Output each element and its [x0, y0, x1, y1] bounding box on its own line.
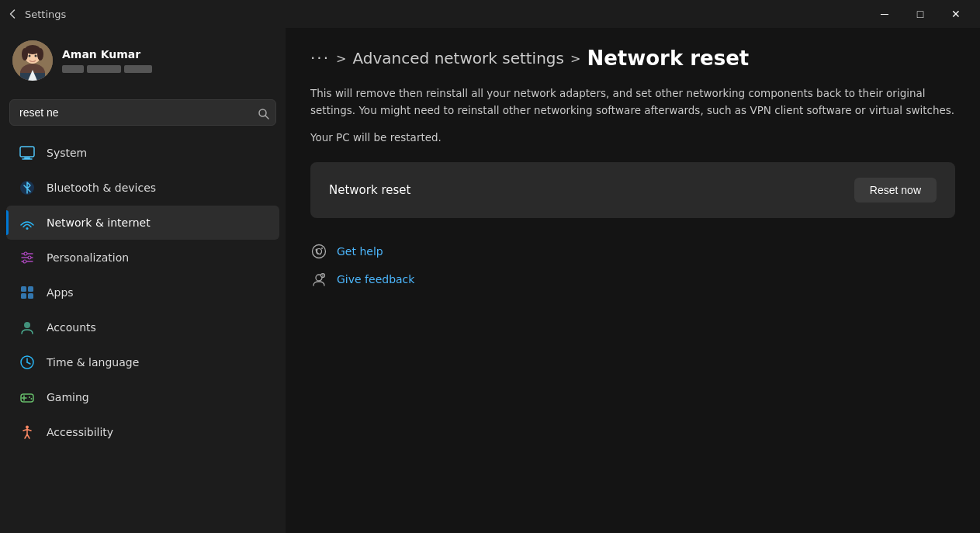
- svg-rect-24: [28, 286, 33, 292]
- close-button[interactable]: ✕: [938, 0, 974, 28]
- sidebar-item-system[interactable]: System: [6, 136, 279, 170]
- breadcrumb: ··· > Advanced network settings > Networ…: [310, 47, 955, 70]
- reset-now-button[interactable]: Reset now: [854, 178, 937, 202]
- personalization-icon: [19, 249, 36, 266]
- search-input[interactable]: [9, 99, 276, 126]
- svg-point-35: [31, 398, 33, 400]
- user-bar-2: [87, 65, 121, 73]
- svg-point-8: [35, 55, 37, 57]
- user-account-bars: [62, 65, 152, 73]
- network-reset-card: Network reset Reset now: [310, 162, 955, 218]
- user-bar-3: [124, 65, 152, 73]
- sidebar-item-personalization[interactable]: Personalization: [6, 241, 279, 275]
- svg-rect-26: [28, 293, 33, 299]
- accounts-icon: [19, 319, 36, 336]
- give-feedback-label: Give feedback: [337, 273, 414, 286]
- svg-point-16: [26, 227, 29, 230]
- svg-rect-25: [21, 293, 26, 299]
- svg-point-41: [321, 247, 323, 249]
- titlebar: Settings ─ □ ✕: [0, 0, 980, 28]
- sidebar-item-network[interactable]: Network & internet: [6, 206, 279, 240]
- get-help-icon: [310, 243, 327, 260]
- restart-note: Your PC will be restarted.: [310, 131, 955, 144]
- svg-point-6: [37, 48, 43, 61]
- svg-point-5: [22, 48, 28, 61]
- sidebar-item-bluetooth-label: Bluetooth & devices: [47, 182, 156, 194]
- svg-point-20: [24, 252, 27, 255]
- svg-rect-23: [21, 286, 26, 292]
- get-help-label: Get help: [337, 245, 383, 258]
- sidebar-item-gaming-label: Gaming: [47, 391, 89, 403]
- avatar: [12, 40, 53, 81]
- search-icon-button[interactable]: [258, 108, 270, 120]
- breadcrumb-parent[interactable]: Advanced network settings: [352, 49, 563, 67]
- sidebar-item-accounts[interactable]: Accounts: [6, 310, 279, 344]
- network-icon: [19, 214, 36, 231]
- main-layout: Aman Kumar: [0, 28, 980, 533]
- breadcrumb-sep-2: >: [570, 51, 580, 66]
- sidebar-item-accessibility[interactable]: Accessibility: [6, 415, 279, 449]
- sidebar-item-apps-label: Apps: [47, 286, 74, 299]
- svg-point-38: [313, 245, 326, 258]
- sidebar-item-accounts-label: Accounts: [47, 321, 96, 334]
- svg-point-7: [29, 55, 31, 57]
- search-container: [0, 93, 286, 135]
- breadcrumb-dots[interactable]: ···: [310, 49, 330, 67]
- back-button[interactable]: [6, 8, 19, 20]
- user-profile[interactable]: Aman Kumar: [0, 28, 286, 93]
- svg-point-27: [24, 322, 30, 328]
- gaming-icon: [19, 389, 36, 406]
- maximize-button[interactable]: □: [902, 0, 938, 28]
- sidebar-item-apps[interactable]: Apps: [6, 275, 279, 310]
- give-feedback-icon: [310, 271, 327, 288]
- user-name: Aman Kumar: [62, 48, 152, 61]
- sidebar-item-bluetooth[interactable]: Bluetooth & devices: [6, 171, 279, 205]
- time-icon: [19, 354, 36, 371]
- svg-line-11: [265, 116, 268, 119]
- svg-point-34: [29, 396, 30, 398]
- user-info: Aman Kumar: [62, 48, 152, 73]
- window-controls: ─ □ ✕: [867, 0, 974, 28]
- breadcrumb-current: Network reset: [587, 47, 749, 70]
- window-title: Settings: [25, 9, 867, 20]
- sidebar-item-time-label: Time & language: [47, 356, 139, 369]
- sidebar: Aman Kumar: [0, 28, 286, 533]
- bluetooth-icon: [19, 179, 36, 196]
- svg-point-22: [23, 260, 26, 263]
- accessibility-icon: [19, 424, 36, 441]
- sidebar-item-network-label: Network & internet: [47, 216, 151, 229]
- breadcrumb-sep-1: >: [336, 51, 346, 66]
- get-help-link[interactable]: Get help: [310, 243, 955, 260]
- system-icon: [19, 144, 36, 161]
- page-description: This will remove then reinstall all your…: [310, 85, 955, 119]
- minimize-button[interactable]: ─: [867, 0, 902, 28]
- svg-rect-12: [20, 147, 34, 157]
- help-links: Get help Give feedback: [310, 243, 955, 288]
- svg-line-30: [27, 362, 30, 364]
- sidebar-item-accessibility-label: Accessibility: [47, 426, 113, 438]
- sidebar-item-system-label: System: [47, 147, 87, 159]
- content-area: ··· > Advanced network settings > Networ…: [286, 28, 980, 533]
- sidebar-item-personalization-label: Personalization: [47, 251, 129, 264]
- apps-icon: [19, 284, 36, 301]
- network-reset-label: Network reset: [329, 183, 410, 197]
- svg-point-21: [28, 256, 31, 259]
- give-feedback-link[interactable]: Give feedback: [310, 271, 955, 288]
- sidebar-item-gaming[interactable]: Gaming: [6, 380, 279, 414]
- nav-menu: System Bluetooth & devices: [0, 135, 286, 450]
- user-bar-1: [62, 65, 84, 73]
- sidebar-item-time[interactable]: Time & language: [6, 345, 279, 379]
